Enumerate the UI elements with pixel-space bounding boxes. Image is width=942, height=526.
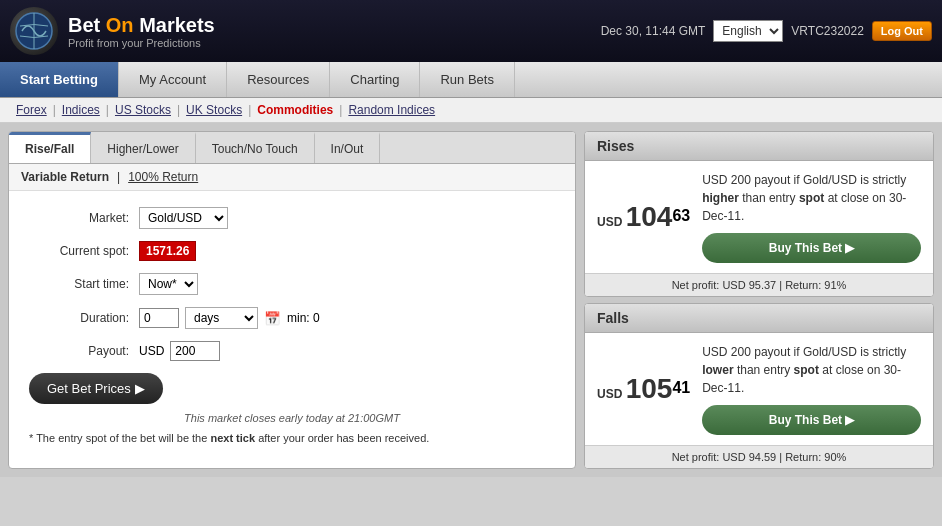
fixed-return-label[interactable]: 100% Return bbox=[128, 170, 198, 184]
subnav-us-stocks[interactable]: US Stocks bbox=[109, 103, 177, 117]
right-panel: Rises USD 10463 USD 200 payout if Gold/U… bbox=[584, 131, 934, 469]
brand-name: Bet On Markets bbox=[68, 14, 215, 37]
start-time-field: Now* Later bbox=[139, 273, 198, 295]
calendar-icon: 📅 bbox=[264, 311, 281, 326]
falls-price: USD 10541 bbox=[597, 373, 690, 405]
tab-higher-lower[interactable]: Higher/Lower bbox=[91, 132, 195, 163]
nav-my-account[interactable]: My Account bbox=[119, 62, 227, 97]
rises-info: USD 200 payout if Gold/USD is strictly h… bbox=[702, 171, 921, 263]
falls-body: USD 10541 USD 200 payout if Gold/USD is … bbox=[585, 333, 933, 445]
return-type-selector: Variable Return | 100% Return bbox=[9, 164, 575, 191]
duration-min-display: min: 0 bbox=[287, 311, 320, 325]
rises-header: Rises bbox=[585, 132, 933, 161]
return-separator: | bbox=[117, 170, 120, 184]
logo-area: Bet On Markets Profit from your Predicti… bbox=[10, 7, 215, 55]
rises-currency: USD bbox=[597, 215, 622, 229]
duration-label: Duration: bbox=[29, 311, 139, 325]
rises-payout-text: USD 200 payout if Gold/USD is strictly h… bbox=[702, 171, 921, 225]
payout-input[interactable] bbox=[170, 341, 220, 361]
rises-buy-button[interactable]: Buy This Bet ▶ bbox=[702, 233, 921, 263]
nav-charting[interactable]: Charting bbox=[330, 62, 420, 97]
bet-type-tabs: Rise/Fall Higher/Lower Touch/No Touch In… bbox=[9, 132, 575, 164]
subnav-random-indices[interactable]: Random Indices bbox=[342, 103, 441, 117]
brand-tagline: Profit from your Predictions bbox=[68, 37, 215, 49]
tab-rise-fall[interactable]: Rise/Fall bbox=[9, 132, 91, 163]
falls-currency: USD bbox=[597, 387, 622, 401]
duration-field: days hours minutes 📅 min: 0 bbox=[139, 307, 320, 329]
left-panel: Rise/Fall Higher/Lower Touch/No Touch In… bbox=[8, 131, 576, 469]
market-field: Gold/USD Silver/USD Oil/Barrel bbox=[139, 207, 228, 229]
falls-payout-text: USD 200 payout if Gold/USD is strictly l… bbox=[702, 343, 921, 397]
spot-value-display: 1571.26 bbox=[139, 241, 196, 261]
variable-return-label[interactable]: Variable Return bbox=[21, 170, 109, 184]
rises-panel: Rises USD 10463 USD 200 payout if Gold/U… bbox=[584, 131, 934, 297]
spot-label: Current spot: bbox=[29, 244, 139, 258]
logo-text: Bet On Markets Profit from your Predicti… bbox=[68, 14, 215, 49]
rises-net-profit: Net profit: USD 95.37 | Return: 91% bbox=[585, 273, 933, 296]
falls-panel: Falls USD 10541 USD 200 payout if Gold/U… bbox=[584, 303, 934, 469]
payout-field: USD bbox=[139, 341, 220, 361]
falls-price-decimal: 41 bbox=[672, 379, 690, 396]
payout-row: Payout: USD bbox=[29, 341, 555, 361]
datetime-display: Dec 30, 11:44 GMT bbox=[601, 24, 706, 38]
header-right: Dec 30, 11:44 GMT English VRTC232022 Log… bbox=[601, 20, 932, 42]
logo-icon bbox=[10, 7, 58, 55]
nav-run-bets[interactable]: Run Bets bbox=[420, 62, 514, 97]
falls-net-profit: Net profit: USD 94.59 | Return: 90% bbox=[585, 445, 933, 468]
calendar-button[interactable]: 📅 bbox=[264, 311, 281, 326]
falls-buy-arrow-icon: ▶ bbox=[845, 413, 854, 427]
market-row: Market: Gold/USD Silver/USD Oil/Barrel bbox=[29, 207, 555, 229]
bet-form: Market: Gold/USD Silver/USD Oil/Barrel C… bbox=[9, 191, 575, 460]
main-nav: Start Betting My Account Resources Chart… bbox=[0, 62, 942, 98]
duration-unit-select[interactable]: days hours minutes bbox=[185, 307, 258, 329]
subnav-uk-stocks[interactable]: UK Stocks bbox=[180, 103, 248, 117]
start-time-select[interactable]: Now* Later bbox=[139, 273, 198, 295]
falls-buy-button[interactable]: Buy This Bet ▶ bbox=[702, 405, 921, 435]
tick-note: * The entry spot of the bet will be the … bbox=[29, 432, 555, 444]
falls-header: Falls bbox=[585, 304, 933, 333]
nav-resources[interactable]: Resources bbox=[227, 62, 330, 97]
current-spot-row: Current spot: 1571.26 bbox=[29, 241, 555, 261]
header: Bet On Markets Profit from your Predicti… bbox=[0, 0, 942, 62]
subnav-forex[interactable]: Forex bbox=[10, 103, 53, 117]
payout-label: Payout: bbox=[29, 344, 139, 358]
subnav-indices[interactable]: Indices bbox=[56, 103, 106, 117]
start-time-label: Start time: bbox=[29, 277, 139, 291]
play-icon: ▶ bbox=[135, 381, 145, 396]
duration-input[interactable] bbox=[139, 308, 179, 328]
nav-start-betting[interactable]: Start Betting bbox=[0, 62, 119, 97]
duration-row: Duration: days hours minutes 📅 min: 0 bbox=[29, 307, 555, 329]
rises-price: USD 10463 bbox=[597, 201, 690, 233]
get-bet-prices-button[interactable]: Get Bet Prices ▶ bbox=[29, 373, 163, 404]
falls-price-main: 105 bbox=[626, 373, 673, 404]
language-selector[interactable]: English bbox=[713, 20, 783, 42]
subnav-commodities[interactable]: Commodities bbox=[251, 103, 339, 117]
logout-button[interactable]: Log Out bbox=[872, 21, 932, 41]
rises-price-decimal: 63 bbox=[672, 207, 690, 224]
rises-buy-arrow-icon: ▶ bbox=[845, 241, 854, 255]
start-time-row: Start time: Now* Later bbox=[29, 273, 555, 295]
payout-currency: USD bbox=[139, 344, 164, 358]
market-label: Market: bbox=[29, 211, 139, 225]
rises-body: USD 10463 USD 200 payout if Gold/USD is … bbox=[585, 161, 933, 273]
market-close-note: This market closes early today at 21:00G… bbox=[29, 412, 555, 424]
user-id-display: VRTC232022 bbox=[791, 24, 864, 38]
rises-price-main: 104 bbox=[626, 201, 673, 232]
falls-info: USD 200 payout if Gold/USD is strictly l… bbox=[702, 343, 921, 435]
bet-button-container: Get Bet Prices ▶ bbox=[29, 373, 555, 404]
market-select[interactable]: Gold/USD Silver/USD Oil/Barrel bbox=[139, 207, 228, 229]
spot-field: 1571.26 bbox=[139, 241, 196, 261]
tab-touch-no-touch[interactable]: Touch/No Touch bbox=[196, 132, 315, 163]
sub-nav: Forex | Indices | US Stocks | UK Stocks … bbox=[0, 98, 942, 123]
tab-in-out[interactable]: In/Out bbox=[315, 132, 381, 163]
main-content: Rise/Fall Higher/Lower Touch/No Touch In… bbox=[0, 123, 942, 477]
